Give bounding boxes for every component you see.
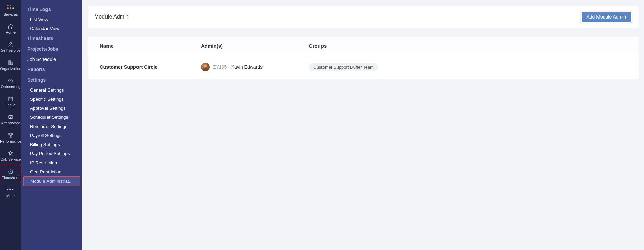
- rail-label: Performance: [0, 139, 21, 143]
- admin-separator: -: [227, 64, 231, 70]
- rail-onboarding[interactable]: Onboarding: [1, 74, 21, 92]
- trophy-icon: [8, 132, 14, 138]
- column-header-groups: Groups: [309, 43, 626, 49]
- rail-label: Services: [3, 12, 18, 16]
- sidebar-section-time-logs[interactable]: Time Logs: [21, 4, 82, 15]
- column-header-name: Name: [100, 43, 201, 49]
- rail-home[interactable]: Home: [1, 20, 21, 38]
- rail-services[interactable]: Services: [1, 1, 21, 20]
- svg-rect-2: [11, 62, 12, 64]
- home-icon: [8, 23, 14, 29]
- star-icon: [8, 150, 14, 156]
- rail-label: Onboarding: [1, 85, 21, 89]
- attendance-icon: [8, 114, 14, 120]
- sidebar-item-billing-settings[interactable]: Billing Settings: [21, 140, 82, 149]
- sidebar-item-geo-restriction[interactable]: Geo Restriction: [21, 167, 82, 176]
- organization-icon: [8, 60, 14, 66]
- sidebar-item-module-administration[interactable]: Module Administrat...: [23, 176, 80, 186]
- clock-icon: [8, 169, 14, 175]
- rail-label: Organization: [0, 67, 21, 71]
- sidebar-item-calendar-view[interactable]: Calendar View: [21, 24, 82, 33]
- rail-label: Self-service: [1, 48, 20, 52]
- add-module-admin-button[interactable]: Add Module Admin: [582, 12, 631, 22]
- sidebar-item-reminder-settings[interactable]: Reminder Settings: [21, 122, 82, 131]
- rail-label: Cab Service: [1, 157, 21, 162]
- rail-label: More: [6, 194, 15, 198]
- table-row[interactable]: Customer Support Circle ZY195 - Kavin Ed…: [88, 55, 639, 79]
- rail-label: Leave: [6, 103, 16, 107]
- main-area: Module Admin Add Module Admin Name Admin…: [82, 0, 644, 250]
- sidebar-item-scheduler-settings[interactable]: Scheduler Settings: [21, 113, 82, 122]
- page-header-card: Module Admin Add Module Admin: [88, 6, 639, 28]
- more-icon: •••: [8, 187, 14, 193]
- admin-code: ZY195: [213, 64, 227, 70]
- rail-attendance[interactable]: Attendance: [1, 110, 21, 129]
- sidebar-section-reports[interactable]: Reports: [21, 64, 82, 75]
- rail-more[interactable]: ••• More: [1, 183, 21, 201]
- rail-performance[interactable]: Performance: [1, 129, 21, 147]
- module-admin-table: Name Admin(s) Groups Customer Support Ci…: [88, 37, 639, 79]
- rail-organization[interactable]: Organization: [1, 56, 21, 74]
- page-title: Module Admin: [94, 14, 128, 20]
- sidebar-item-ip-restriction[interactable]: IP Restriction: [21, 158, 82, 167]
- cell-name: Customer Support Circle: [100, 64, 201, 70]
- rail-timesheet[interactable]: Timesheet: [1, 165, 21, 183]
- sidebar-item-specific-settings[interactable]: Specific Settings: [21, 95, 82, 104]
- secondary-sidebar: Time Logs List View Calendar View Timesh…: [21, 0, 82, 250]
- calendar-icon: [8, 96, 14, 102]
- column-header-admins: Admin(s): [201, 43, 309, 49]
- sidebar-item-approval-settings[interactable]: Approval Settings: [21, 104, 82, 113]
- admin-name: Kavin Edwards: [231, 64, 263, 70]
- group-chip: Customer Support Buffer Team: [309, 63, 378, 71]
- avatar: [201, 63, 210, 71]
- sidebar-item-list-view[interactable]: List View: [21, 15, 82, 24]
- rail-self-service[interactable]: Self-service: [1, 38, 21, 56]
- add-module-admin-highlight: Add Module Admin: [581, 11, 632, 23]
- app-logo-icon: [7, 5, 15, 11]
- sidebar-section-projects-jobs[interactable]: Projects/Jobs: [21, 44, 82, 55]
- cell-admins: ZY195 - Kavin Edwards: [201, 63, 309, 71]
- rail-leave[interactable]: Leave: [1, 92, 21, 110]
- svg-point-6: [204, 64, 207, 67]
- cell-groups: Customer Support Buffer Team: [309, 63, 626, 71]
- rail-cab-service[interactable]: Cab Service: [1, 147, 21, 165]
- rail-label: Attendance: [1, 121, 20, 125]
- sidebar-section-settings[interactable]: Settings: [21, 75, 82, 85]
- user-icon: [8, 41, 14, 47]
- svg-rect-3: [9, 97, 13, 101]
- rail-label: Home: [6, 30, 16, 34]
- sidebar-item-job-schedule[interactable]: Job Schedule: [21, 55, 82, 64]
- sidebar-item-general-settings[interactable]: General Settings: [21, 85, 82, 95]
- table-header-row: Name Admin(s) Groups: [88, 37, 639, 55]
- primary-nav: Services Home Self-service Organization …: [0, 0, 21, 250]
- sidebar-item-pay-period-settings[interactable]: Pay Period Settings: [21, 149, 82, 158]
- svg-point-0: [10, 42, 12, 44]
- rail-label: Timesheet: [2, 176, 19, 180]
- sidebar-item-payroll-settings[interactable]: Payroll Settings: [21, 131, 82, 140]
- sidebar-section-timesheets[interactable]: Timesheets: [21, 33, 82, 44]
- handshake-icon: [8, 78, 14, 84]
